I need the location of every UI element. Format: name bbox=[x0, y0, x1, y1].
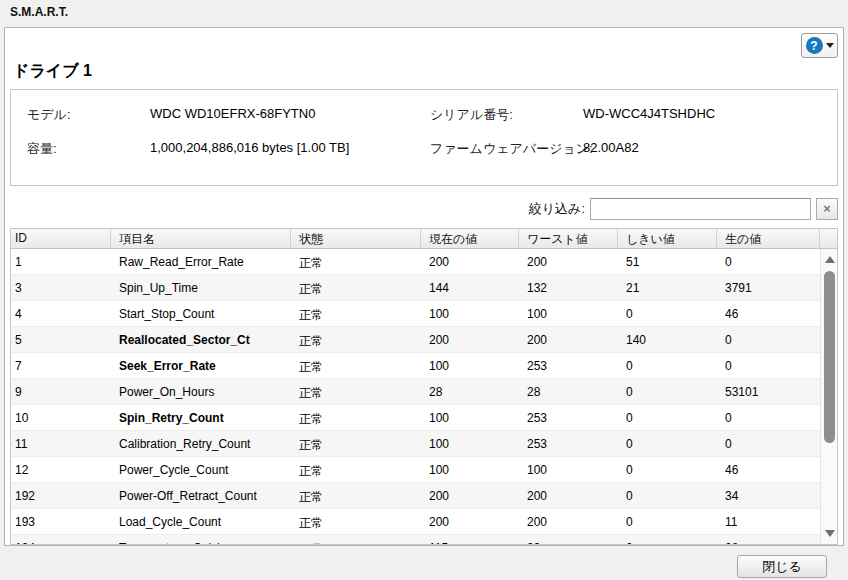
cell-id: 5 bbox=[11, 327, 111, 352]
cell-raw: 46 bbox=[717, 457, 820, 482]
table-row[interactable]: 192 Power-Off_Retract_Count 正常 200 200 0… bbox=[11, 483, 820, 509]
smart-table-body: 1 Raw_Read_Error_Rate 正常 200 200 51 0 3 … bbox=[11, 249, 820, 544]
cell-threshold: 0 bbox=[618, 483, 717, 508]
table-row[interactable]: 9 Power_On_Hours 正常 28 28 0 53101 bbox=[11, 379, 820, 405]
cell-current: 28 bbox=[421, 379, 519, 404]
cell-worst: 200 bbox=[519, 483, 618, 508]
column-header-worst[interactable]: ワースト値 bbox=[519, 229, 618, 248]
filter-label: 絞り込み: bbox=[529, 200, 585, 218]
help-button[interactable]: ? bbox=[801, 33, 838, 58]
table-row[interactable]: 3 Spin_Up_Time 正常 144 132 21 3791 bbox=[11, 275, 820, 301]
cell-threshold: 0 bbox=[618, 431, 717, 456]
table-row[interactable]: 4 Start_Stop_Count 正常 100 100 0 46 bbox=[11, 301, 820, 327]
cell-status: 正常 bbox=[291, 509, 421, 534]
cell-worst: 200 bbox=[519, 249, 618, 274]
cell-current: 144 bbox=[421, 275, 519, 300]
cell-id: 12 bbox=[11, 457, 111, 482]
serial-label: シリアル番号: bbox=[430, 106, 513, 124]
cell-id: 9 bbox=[11, 379, 111, 404]
filter-clear-button[interactable]: × bbox=[816, 198, 838, 220]
cell-current: 100 bbox=[421, 405, 519, 430]
firmware-value: 82.00A82 bbox=[583, 140, 639, 155]
capacity-label: 容量: bbox=[27, 140, 57, 158]
table-row[interactable]: 193 Load_Cycle_Count 正常 200 200 0 11 bbox=[11, 509, 820, 535]
cell-worst: 93 bbox=[519, 535, 618, 544]
cell-threshold: 51 bbox=[618, 249, 717, 274]
cell-raw: 0 bbox=[717, 249, 820, 274]
window-title: S.M.A.R.T. bbox=[10, 5, 68, 19]
model-value: WDC WD10EFRX-68FYTN0 bbox=[150, 106, 315, 121]
table-row[interactable]: 12 Power_Cycle_Count 正常 100 100 0 46 bbox=[11, 457, 820, 483]
scroll-down-button[interactable] bbox=[825, 530, 835, 537]
cell-threshold: 0 bbox=[618, 301, 717, 326]
column-header-name[interactable]: 項目名 bbox=[111, 229, 291, 248]
scrollbar-thumb[interactable] bbox=[824, 271, 835, 443]
table-row[interactable]: 194 Temperature_Celsius 正常 115 93 0 28 bbox=[11, 535, 820, 544]
cell-current: 100 bbox=[421, 457, 519, 482]
cell-raw: 46 bbox=[717, 301, 820, 326]
cell-raw: 11 bbox=[717, 509, 820, 534]
cell-current: 200 bbox=[421, 483, 519, 508]
table-row[interactable]: 1 Raw_Read_Error_Rate 正常 200 200 51 0 bbox=[11, 249, 820, 275]
filter-bar: 絞り込み: × bbox=[529, 197, 838, 220]
smart-attributes-table: ID 項目名 状態 現在の値 ワースト値 しきい値 生の値 1 Raw_Read… bbox=[10, 228, 838, 545]
cell-name: Reallocated_Sector_Ct bbox=[111, 327, 291, 352]
cell-status: 正常 bbox=[291, 535, 421, 544]
firmware-label: ファームウェアバージョン: bbox=[430, 140, 593, 158]
cell-raw: 28 bbox=[717, 535, 820, 544]
table-row[interactable]: 5 Reallocated_Sector_Ct 正常 200 200 140 0 bbox=[11, 327, 820, 353]
cell-raw: 3791 bbox=[717, 275, 820, 300]
cell-raw: 34 bbox=[717, 483, 820, 508]
cell-id: 194 bbox=[11, 535, 111, 544]
cell-threshold: 0 bbox=[618, 457, 717, 482]
cell-status: 正常 bbox=[291, 249, 421, 274]
cell-name: Spin_Retry_Count bbox=[111, 405, 291, 430]
serial-value: WD-WCC4J4TSHDHC bbox=[583, 106, 715, 121]
cell-id: 193 bbox=[11, 509, 111, 534]
smart-dialog-panel: ? ドライブ 1 モデル: WDC WD10EFRX-68FYTN0 容量: 1… bbox=[4, 27, 844, 546]
cell-status: 正常 bbox=[291, 483, 421, 508]
cell-threshold: 0 bbox=[618, 535, 717, 544]
cell-worst: 28 bbox=[519, 379, 618, 404]
cell-worst: 132 bbox=[519, 275, 618, 300]
cell-worst: 253 bbox=[519, 353, 618, 378]
cell-name: Power_On_Hours bbox=[111, 379, 291, 404]
cell-name: Spin_Up_Time bbox=[111, 275, 291, 300]
scrollbar[interactable] bbox=[820, 249, 837, 544]
cell-threshold: 0 bbox=[618, 405, 717, 430]
cell-threshold: 21 bbox=[618, 275, 717, 300]
cell-raw: 0 bbox=[717, 431, 820, 456]
cell-current: 200 bbox=[421, 249, 519, 274]
cell-current: 115 bbox=[421, 535, 519, 544]
cell-name: Load_Cycle_Count bbox=[111, 509, 291, 534]
cell-worst: 200 bbox=[519, 509, 618, 534]
cell-status: 正常 bbox=[291, 327, 421, 352]
cell-id: 10 bbox=[11, 405, 111, 430]
smart-table-header: ID 項目名 状態 現在の値 ワースト値 しきい値 生の値 bbox=[11, 229, 837, 249]
column-header-threshold[interactable]: しきい値 bbox=[618, 229, 717, 248]
column-header-current[interactable]: 現在の値 bbox=[421, 229, 519, 248]
cell-status: 正常 bbox=[291, 353, 421, 378]
filter-input[interactable] bbox=[590, 198, 811, 220]
cell-id: 192 bbox=[11, 483, 111, 508]
chevron-down-icon bbox=[826, 43, 834, 48]
cell-worst: 100 bbox=[519, 301, 618, 326]
column-header-id[interactable]: ID bbox=[11, 229, 111, 248]
scroll-up-button[interactable] bbox=[825, 256, 835, 263]
close-button[interactable]: 閉じる bbox=[737, 555, 827, 578]
table-row[interactable]: 11 Calibration_Retry_Count 正常 100 253 0 … bbox=[11, 431, 820, 457]
cell-threshold: 140 bbox=[618, 327, 717, 352]
cell-raw: 0 bbox=[717, 327, 820, 352]
table-row[interactable]: 7 Seek_Error_Rate 正常 100 253 0 0 bbox=[11, 353, 820, 379]
drive-heading: ドライブ 1 bbox=[13, 61, 92, 82]
column-header-raw[interactable]: 生の値 bbox=[717, 229, 820, 248]
cell-raw: 0 bbox=[717, 405, 820, 430]
cell-current: 200 bbox=[421, 509, 519, 534]
cell-current: 100 bbox=[421, 301, 519, 326]
cell-name: Calibration_Retry_Count bbox=[111, 431, 291, 456]
clear-icon: × bbox=[823, 202, 831, 215]
cell-current: 100 bbox=[421, 431, 519, 456]
cell-worst: 200 bbox=[519, 327, 618, 352]
column-header-status[interactable]: 状態 bbox=[291, 229, 421, 248]
table-row[interactable]: 10 Spin_Retry_Count 正常 100 253 0 0 bbox=[11, 405, 820, 431]
